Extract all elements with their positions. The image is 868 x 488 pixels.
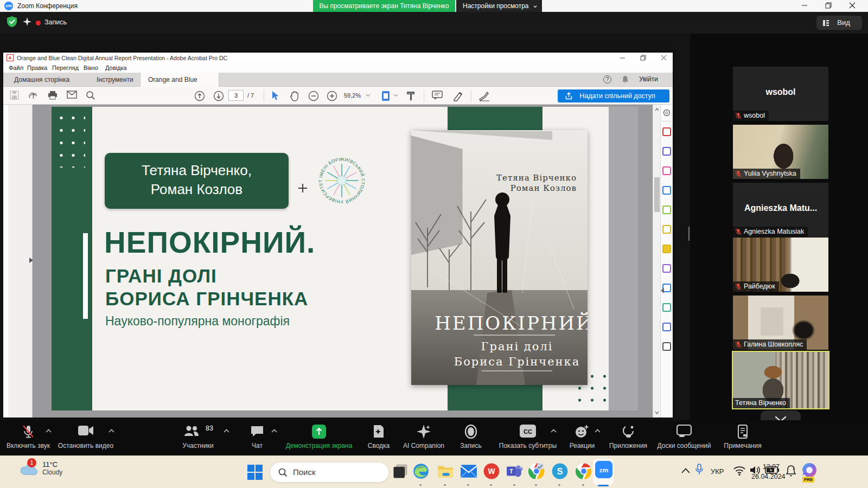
- tab-tools[interactable]: Інструменти: [89, 73, 141, 87]
- organize-pages-icon[interactable]: [662, 166, 671, 175]
- participants-button[interactable]: 83 Участники: [165, 420, 231, 455]
- wps-office-icon[interactable]: W: [483, 463, 500, 480]
- window-close-button[interactable]: [845, 2, 859, 10]
- copilot-icon[interactable]: [802, 463, 817, 478]
- clock[interactable]: 12:07 26.04.2024: [751, 462, 780, 481]
- hand-tool-icon[interactable]: [290, 91, 300, 101]
- create-pdf-icon[interactable]: [662, 127, 671, 136]
- security-shield-icon[interactable]: [7, 16, 17, 28]
- more-tools-icon[interactable]: [662, 342, 671, 351]
- tab-document[interactable]: Orange and Blue Cl...✕: [140, 73, 219, 87]
- notes-button[interactable]: Примечания: [710, 420, 775, 455]
- zoom-select-chevron-icon: [366, 94, 371, 97]
- fill-sign-tool-icon[interactable]: [478, 91, 490, 101]
- screen: zm Zoom Конференция Вы просматриваете эк…: [0, 0, 868, 488]
- email-icon[interactable]: [67, 91, 77, 99]
- export-pdf-icon[interactable]: [662, 186, 671, 195]
- mic-options-chevron-icon[interactable]: [46, 429, 52, 433]
- wifi-icon[interactable]: [733, 466, 745, 476]
- search-tools-icon[interactable]: [663, 109, 671, 117]
- window-minimize-button[interactable]: [797, 2, 812, 10]
- tools-collapse-icon[interactable]: [661, 288, 664, 293]
- view-button[interactable]: Вид: [816, 16, 862, 30]
- page-number-input[interactable]: 3: [228, 90, 244, 101]
- select-tool-icon[interactable]: [271, 91, 280, 101]
- file-explorer-icon[interactable]: [437, 463, 454, 480]
- chrome-profile-icon[interactable]: [575, 463, 592, 480]
- acrobat-restore-button[interactable]: [637, 55, 649, 61]
- tray-expand-chevron-icon[interactable]: [681, 468, 690, 473]
- highlighter-tool-icon[interactable]: [452, 91, 463, 101]
- menu-window[interactable]: Вікно: [84, 65, 98, 71]
- notifications-bell-icon[interactable]: [622, 75, 629, 84]
- participant-tile[interactable]: Agnieszka Matu... Agnieszka Matusiak: [733, 183, 828, 237]
- chat-button[interactable]: Чат: [225, 420, 290, 455]
- participant-tile[interactable]: Галина Шовкопляс: [733, 296, 828, 350]
- tab-home[interactable]: Домашня сторінка: [7, 73, 77, 87]
- notifications-dnd-icon[interactable]: z: [786, 465, 796, 477]
- edit-pdf-icon[interactable]: [662, 206, 671, 214]
- ruler-tool-icon[interactable]: [406, 91, 416, 101]
- participant-tile-active-speaker[interactable]: Тетяна Вірченко: [733, 352, 828, 408]
- participant-tile[interactable]: Райбедюк: [733, 237, 828, 292]
- scrollbar-thumb[interactable]: [654, 177, 660, 212]
- stop-video-button[interactable]: Остановить видео: [53, 420, 118, 455]
- start-button[interactable]: [247, 465, 263, 480]
- panel-resize-handle[interactable]: [688, 227, 690, 241]
- whiteboards-button[interactable]: Доски сообщений: [652, 420, 717, 455]
- search-icon[interactable]: [86, 91, 95, 100]
- comment-panel-icon[interactable]: [662, 245, 671, 253]
- unmute-button[interactable]: Включить звук: [0, 420, 61, 455]
- chat-chevron-icon[interactable]: [271, 429, 277, 433]
- skype-icon[interactable]: S: [551, 463, 569, 480]
- teams-icon[interactable]: T: [506, 463, 524, 480]
- zoom-titlebar: zm Zoom Конференция Вы просматриваете эк…: [0, 0, 868, 12]
- acrobat-share-button[interactable]: Надати спільний доступ: [558, 89, 669, 102]
- pdf-scrollbar[interactable]: [653, 105, 660, 418]
- next-page-icon[interactable]: [213, 91, 224, 101]
- combine-files-icon[interactable]: [662, 147, 671, 156]
- print-icon[interactable]: [48, 91, 58, 100]
- taskbar-search[interactable]: Поиск: [270, 462, 389, 483]
- muted-mic-icon: [735, 228, 742, 235]
- chrome-icon[interactable]: [528, 463, 545, 480]
- sparkle-icon[interactable]: [23, 17, 31, 26]
- request-signatures-icon[interactable]: [662, 225, 671, 234]
- menu-help[interactable]: Довідка: [105, 65, 127, 71]
- scroll-down-icon[interactable]: [654, 410, 660, 415]
- zoom-in-icon[interactable]: [327, 91, 337, 101]
- draw-icon[interactable]: [662, 264, 671, 273]
- fit-page-icon[interactable]: [381, 91, 391, 101]
- video-options-chevron-icon[interactable]: [108, 429, 114, 433]
- menu-edit[interactable]: Правка: [27, 65, 47, 71]
- window-restore-button[interactable]: [821, 2, 835, 10]
- save-icon[interactable]: [10, 91, 19, 100]
- zoom-level-select[interactable]: 59,2%: [344, 92, 361, 99]
- sign-in-link[interactable]: Увійти: [639, 75, 658, 83]
- acrobat-minimize-button[interactable]: [616, 55, 628, 61]
- edge-icon[interactable]: [412, 463, 430, 480]
- record-button[interactable]: Запись: [438, 420, 503, 455]
- help-icon[interactable]: ?: [603, 75, 611, 84]
- menu-file[interactable]: Файл: [9, 65, 23, 71]
- screen-share-button[interactable]: Демонстрация экрана: [286, 420, 352, 455]
- zoom-out-icon[interactable]: [308, 91, 319, 101]
- participant-tile[interactable]: wsobol wsobol: [733, 67, 828, 121]
- acrobat-close-button[interactable]: [658, 55, 669, 61]
- view-settings-button[interactable]: Настройки просмотра: [456, 0, 542, 12]
- comment-tool-icon[interactable]: [432, 91, 443, 100]
- participant-tile[interactable]: Yuliia Vyshnytska: [733, 125, 828, 179]
- upload-cloud-icon[interactable]: [28, 91, 39, 100]
- weather-widget[interactable]: 1 11°C Cloudy: [20, 460, 62, 476]
- protect-icon[interactable]: [662, 323, 671, 331]
- apps-button[interactable]: Приложения: [596, 420, 661, 455]
- scroll-up-icon[interactable]: [654, 107, 660, 112]
- zoom-taskbar-icon[interactable]: zm: [595, 461, 612, 478]
- stamp-icon[interactable]: [662, 303, 671, 312]
- menu-view[interactable]: Перегляд: [52, 65, 79, 71]
- previous-page-icon[interactable]: [194, 91, 205, 101]
- task-view-icon[interactable]: [392, 463, 409, 480]
- mail-icon[interactable]: [460, 463, 477, 480]
- tray-mic-icon[interactable]: [695, 464, 703, 476]
- language-indicator[interactable]: УКР: [711, 467, 724, 476]
